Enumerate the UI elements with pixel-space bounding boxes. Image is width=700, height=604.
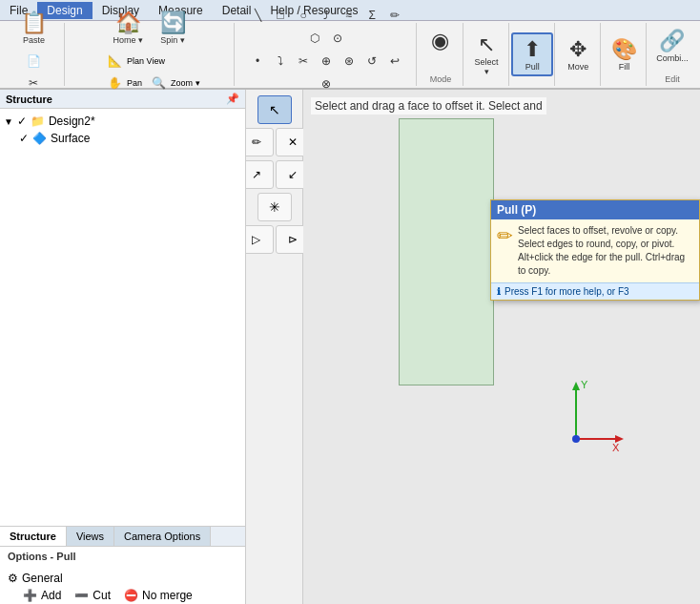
sun-tool[interactable]: ✳ <box>257 193 292 221</box>
zoom-label: Zoom ▾ <box>171 78 200 88</box>
svg-point-4 <box>572 435 580 443</box>
tooltip-body: ✏ Select faces to offset, revolve or cop… <box>491 219 699 282</box>
canvas-instruction: Select and drag a face to offset it. Sel… <box>311 97 546 115</box>
add-label: Add <box>41 589 61 602</box>
sidebar-tabs: Structure Views Camera Options <box>0 526 245 546</box>
mode-label: Mode <box>430 74 452 84</box>
options-pull-label: Options - Pull <box>8 551 237 562</box>
no-merge-label: No merge <box>142 589 193 602</box>
move-group: ✥ Move <box>557 23 601 86</box>
sketch-icons: ╲ □ ○ ⤴ ≈ Σ ✏ ⬡ ⊙ <box>240 5 413 49</box>
tab-views[interactable]: Views <box>67 527 114 546</box>
sketch-dot-icon[interactable]: • <box>247 51 268 72</box>
orient-group: 🏠 Home ▾ 🔄 Spin ▾ 📐 Plan View ✋ Pan 🔍 Zo… <box>67 23 235 86</box>
cut-label: Cut <box>93 589 111 602</box>
3d-shape[interactable] <box>399 118 494 385</box>
sketch-rotate-icon[interactable]: ↺ <box>361 51 382 72</box>
pull-icon: ⬆ <box>524 37 541 62</box>
sketch-pencil-icon[interactable]: ✏ <box>384 5 405 26</box>
no-merge-icon[interactable]: ⛔ <box>124 589 138 602</box>
sidebar-header: Structure 📌 <box>0 90 245 109</box>
spin-button[interactable]: 🔄 Spin ▾ <box>152 7 194 49</box>
sketch-arc-icon[interactable]: ⤴ <box>316 5 337 26</box>
info-icon: ℹ <box>497 286 501 297</box>
tree-expand-icon: ▼ <box>4 116 13 127</box>
main-layout: Structure 📌 ▼ ✓ 📁 Design2* ✓ 🔷 Surface S… <box>0 90 700 604</box>
pull-tooltip: Pull (P) ✏ Select faces to offset, revol… <box>490 199 700 301</box>
sketch-hex-icon[interactable]: ⬡ <box>304 28 325 49</box>
orient-icons: 🏠 Home ▾ 🔄 Spin ▾ 📐 Plan View ✋ Pan 🔍 Zo… <box>71 7 230 94</box>
home-button[interactable]: 🏠 Home ▾ <box>107 7 151 49</box>
cursor-tool[interactable]: ↖ <box>257 95 292 124</box>
sketch-point-icon[interactable]: ⊙ <box>327 28 348 49</box>
sketch-mirror-icon[interactable]: ⊕ <box>316 51 337 72</box>
tooltip-help-text: Press F1 for more help, or F3 <box>504 286 629 297</box>
mode-button[interactable]: ◉ <box>420 25 462 57</box>
combine-button[interactable]: 🔗 Combi... <box>649 25 695 67</box>
main-toolbar: 📋 Paste 📄 ✂ Clipboard 🏠 Home ▾ 🔄 Spin ▾ … <box>0 21 700 90</box>
move-button[interactable]: ✥ Move <box>557 33 599 75</box>
pencil-tool[interactable]: ✏ <box>246 128 274 156</box>
home-label: Home ▾ <box>113 35 144 45</box>
pull-label: Pull <box>525 62 540 72</box>
select-button[interactable]: ↖ Select ▾ <box>465 29 507 80</box>
mode-icon: ◉ <box>431 29 449 53</box>
tree-surface[interactable]: ✓ 🔷 Surface <box>4 130 241 147</box>
paste-label: Paste <box>23 35 45 45</box>
canvas-area[interactable]: Select and drag a face to offset it. Sel… <box>303 90 700 604</box>
tool-pair-1: ✏ ✕ <box>246 128 310 156</box>
clipboard-icons: 📋 Paste 📄 ✂ <box>8 7 60 94</box>
tooltip-text: Select faces to offset, revolve or copy.… <box>518 224 693 278</box>
fill-group: 🎨 Fill <box>603 23 647 86</box>
select-label: Select <box>475 57 499 67</box>
y-axis-label: Y <box>581 379 588 390</box>
paste-icon: 📋 <box>21 10 47 35</box>
arrow-out-tool[interactable]: ↗ <box>246 160 274 189</box>
sidebar-options: ⚙ General ➕ Add ➖ Cut ⛔ No merge <box>0 568 245 604</box>
tooltip-help: ℹ Press F1 for more help, or F3 <box>491 282 699 300</box>
select-group: ↖ Select ▾ <box>465 23 509 86</box>
tab-camera-options[interactable]: Camera Options <box>114 527 211 546</box>
options-general-label: General <box>22 572 63 585</box>
sidebar: Structure 📌 ▼ ✓ 📁 Design2* ✓ 🔷 Surface S… <box>0 90 246 604</box>
tree-surface-icon: 🔷 <box>32 132 47 145</box>
tree-check-icon[interactable]: ✓ <box>17 115 27 128</box>
sketch-group: ╲ □ ○ ⤴ ≈ Σ ✏ ⬡ ⊙ • ⤵ ✂ ⊕ ⊛ ↺ ↩ ⊗ Sketch <box>237 23 418 86</box>
paste-button[interactable]: 📋 Paste <box>14 7 53 49</box>
pan-label: Pan <box>127 78 142 88</box>
combine-group: 🔗 Combi... Edit <box>649 23 696 86</box>
tree-surface-check[interactable]: ✓ <box>19 132 29 145</box>
sketch-pattern-icon[interactable]: ⊛ <box>339 51 360 72</box>
tab-structure[interactable]: Structure <box>0 527 67 546</box>
sidebar-title: Structure <box>6 94 52 105</box>
gear-icon: ⚙ <box>8 572 18 585</box>
sketch-circle-icon[interactable]: ○ <box>293 5 314 26</box>
home-icon: 🏠 <box>115 10 141 35</box>
move-icon: ✥ <box>569 37 587 62</box>
sketch-line-icon[interactable]: ╲ <box>247 5 268 26</box>
select-icon: ↖ <box>478 32 495 57</box>
pull-button[interactable]: ⬆ Pull <box>511 32 553 76</box>
tool-pair-2: ↗ ↙ <box>246 160 310 189</box>
plan-view-icon[interactable]: 📐 <box>104 51 125 72</box>
sketch-curve-icon[interactable]: ⤵ <box>270 51 291 72</box>
select-dropdown-icon: ▾ <box>484 67 489 76</box>
sketch-spline-icon[interactable]: ≈ <box>339 5 360 26</box>
sketch-undo-icon[interactable]: ↩ <box>384 51 405 72</box>
sidebar-pin-icon[interactable]: 📌 <box>226 93 239 105</box>
pull-group: ⬆ Pull <box>511 23 555 86</box>
sketch-sigma-icon[interactable]: Σ <box>361 5 382 26</box>
sidebar-bottom: Options - Pull <box>0 546 245 568</box>
copy-icon-btn[interactable]: 📄 <box>23 51 44 72</box>
combine-icon: 🔗 <box>659 29 685 53</box>
tree-design-icon: 📁 <box>31 115 45 128</box>
tree-root[interactable]: ▼ ✓ 📁 Design2* <box>4 113 241 130</box>
move-label: Move <box>567 62 588 72</box>
shape1-tool[interactable]: ▷ <box>246 225 274 254</box>
dash-icon[interactable]: ➖ <box>74 589 89 602</box>
fill-button[interactable]: 🎨 Fill <box>603 33 645 75</box>
add-icon[interactable]: ➕ <box>23 589 37 602</box>
tool-pair-3: ▷ ⊳ <box>246 225 310 254</box>
sketch-rect-icon[interactable]: □ <box>270 5 291 26</box>
sketch-trim-icon[interactable]: ✂ <box>293 51 314 72</box>
